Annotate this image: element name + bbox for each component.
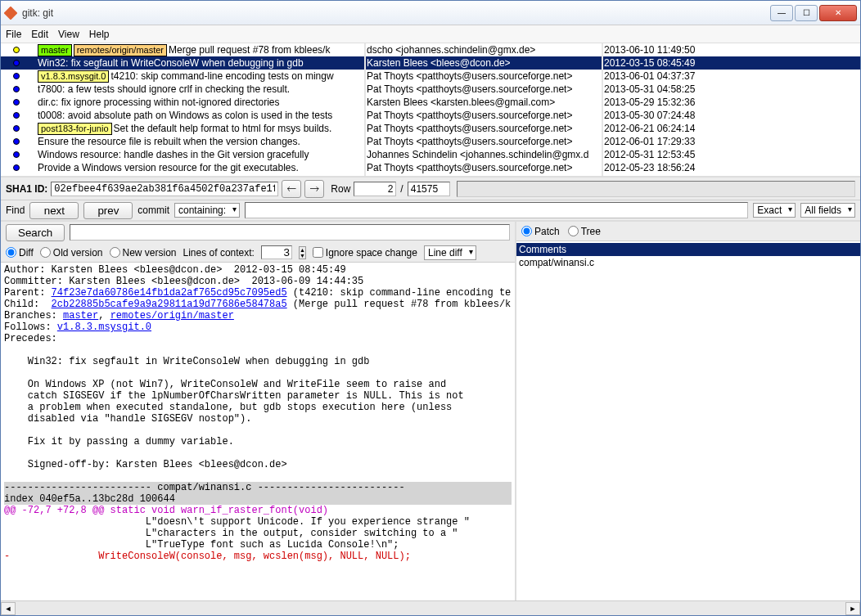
- commit-author[interactable]: Pat Thoyts <patthoyts@users.sourceforge.…: [366, 70, 602, 83]
- commit-row[interactable]: Windows resource: handle dashes in the G…: [1, 148, 364, 161]
- row-sep: /: [400, 183, 403, 195]
- find-commit-label: commit: [137, 205, 169, 216]
- scroll-right-button[interactable]: ►: [845, 602, 860, 615]
- minimize-button[interactable]: —: [770, 5, 793, 21]
- graph-node: [2, 148, 38, 161]
- old-version-radio[interactable]: Old version: [40, 247, 103, 259]
- commit-author[interactable]: Pat Thoyts <patthoyts@users.sourceforge.…: [366, 135, 602, 148]
- commit-message: Set the default help format to html for …: [114, 122, 332, 135]
- tree-radio[interactable]: Tree: [568, 226, 601, 237]
- window-controls: — ☐ ✕: [770, 5, 857, 21]
- menu-edit[interactable]: Edit: [31, 29, 48, 40]
- commit-date[interactable]: 2012-05-28 02:46:54: [603, 174, 860, 176]
- find-match-dropdown[interactable]: Exact: [753, 203, 796, 218]
- ref-tag[interactable]: remotes/origin/master: [74, 44, 167, 56]
- app-icon: [4, 7, 17, 20]
- commit-row[interactable]: dir.c: fix ignore processing within not-…: [1, 96, 364, 109]
- commit-row[interactable]: post183-for-junioSet the default help fo…: [1, 122, 364, 135]
- commit-author[interactable]: Johannes Schindelin <johannes.schindelin…: [366, 148, 602, 161]
- patch-radio[interactable]: Patch: [521, 226, 560, 237]
- commit-author[interactable]: Pat Thoyts <patthoyts@users.sourceforge.…: [366, 122, 602, 135]
- graph-node: [2, 109, 38, 122]
- file-list[interactable]: Comments compat/winansi.c: [516, 243, 860, 600]
- date-column[interactable]: 2013-06-10 11:49:502012-03-15 08:45:4920…: [603, 43, 860, 176]
- sha-label: SHA1 ID:: [6, 183, 47, 195]
- ref-tag[interactable]: post183-for-junio: [38, 123, 112, 135]
- commit-date[interactable]: 2013-05-30 07:24:48: [603, 109, 860, 122]
- commit-message: t4210: skip command-line encoding tests …: [110, 70, 333, 83]
- ref-tag[interactable]: v1.8.3.msysgit.0: [38, 70, 109, 83]
- commit-date[interactable]: 2013-05-29 15:32:36: [603, 96, 860, 109]
- menu-help[interactable]: Help: [89, 29, 110, 40]
- commit-author[interactable]: dscho <johannes.schindelin@gmx.de>: [366, 43, 602, 56]
- commit-graph-column[interactable]: masterremotes/origin/masterMerge pull re…: [1, 43, 366, 176]
- scrollbar-horizontal[interactable]: ◄ ►: [1, 600, 860, 615]
- nav-forward-button[interactable]: 🡒: [304, 180, 324, 198]
- window-title: gitk: git: [22, 7, 770, 19]
- close-button[interactable]: ✕: [819, 5, 857, 21]
- commit-date[interactable]: 2012-05-23 18:56:24: [603, 161, 860, 174]
- menubar: File Edit View Help: [1, 25, 860, 43]
- file-list-item[interactable]: compat/winansi.c: [516, 256, 860, 269]
- lines-of-context-input[interactable]: [261, 245, 292, 259]
- titlebar[interactable]: gitk: git — ☐ ✕: [1, 1, 860, 25]
- new-version-radio[interactable]: New version: [110, 247, 177, 259]
- commit-row[interactable]: v1.8.3.msysgit.0t4210: skip command-line…: [1, 70, 364, 83]
- commit-message: Merge pull request #78 from kblees/k: [169, 43, 330, 56]
- scroll-left-button[interactable]: ◄: [1, 602, 16, 615]
- commit-date[interactable]: 2012-06-21 06:24:14: [603, 122, 860, 135]
- commit-author[interactable]: Pat Thoyts <patthoyts@users.sourceforge.…: [366, 83, 602, 96]
- find-prev-button[interactable]: prev: [83, 202, 133, 219]
- find-bar: Find next prev commit containing: Exact …: [1, 200, 860, 222]
- commit-author[interactable]: Karsten Blees <karsten.blees@gmail.com>: [366, 96, 602, 109]
- commit-message: Windows resource: handle dashes in the G…: [38, 148, 309, 161]
- commit-date[interactable]: 2012-06-01 17:29:33: [603, 135, 860, 148]
- menu-view[interactable]: View: [58, 29, 79, 40]
- commit-row[interactable]: Ensure the resource file is rebuilt when…: [1, 135, 364, 148]
- commit-author[interactable]: Pat Thoyts <patthoyts@users.sourceforge.…: [366, 109, 602, 122]
- spin-down[interactable]: ▼: [300, 253, 305, 259]
- search-button[interactable]: Search: [6, 224, 65, 241]
- progress-area: [457, 181, 855, 197]
- diff-panel: Diff Old version New version Lines of co…: [1, 243, 516, 600]
- commit-row[interactable]: t7800: a few tests should ignore crlf in…: [1, 83, 364, 96]
- sha-bar: SHA1 ID: 🡐 🡒 Row 2 / 41575: [1, 178, 860, 200]
- find-label: Find: [6, 205, 25, 216]
- commit-author[interactable]: Pat Thoyts <patthoyts@users.sourceforge.…: [366, 161, 602, 174]
- commit-row[interactable]: Provide a Windows version resource for t…: [1, 161, 364, 174]
- diff-text-view[interactable]: Author: Karsten Blees <blees@dcon.de> 20…: [1, 263, 515, 600]
- ignore-space-checkbox[interactable]: Ignore space change: [313, 247, 417, 259]
- commit-date[interactable]: 2012-05-31 12:53:45: [603, 148, 860, 161]
- graph-node: [2, 83, 38, 96]
- nav-back-button[interactable]: 🡐: [282, 180, 301, 198]
- search-input[interactable]: [70, 224, 510, 241]
- svg-rect-0: [4, 7, 17, 20]
- commit-date[interactable]: 2012-03-15 08:45:49: [603, 56, 860, 70]
- commit-date[interactable]: 2013-06-10 11:49:50: [603, 43, 860, 56]
- commit-date[interactable]: 2013-06-01 04:37:37: [603, 70, 860, 83]
- graph-node: [2, 96, 38, 109]
- commit-author[interactable]: Karsten Blees <blees@dcon.de>: [366, 56, 602, 70]
- commit-row[interactable]: msysgit: Add the --large-address-aware l…: [1, 174, 364, 176]
- diff-radio[interactable]: Diff: [6, 247, 34, 259]
- commit-row[interactable]: masterremotes/origin/masterMerge pull re…: [1, 43, 364, 56]
- find-fields-dropdown[interactable]: All fields: [800, 203, 855, 218]
- find-input[interactable]: [245, 202, 748, 218]
- file-list-header[interactable]: Comments: [516, 243, 860, 256]
- commit-row[interactable]: Win32: fix segfault in WriteConsoleW whe…: [1, 56, 364, 70]
- line-diff-dropdown[interactable]: Line diff: [424, 245, 476, 260]
- spin-up[interactable]: ▲: [300, 247, 305, 253]
- author-column[interactable]: dscho <johannes.schindelin@gmx.de>Karste…: [366, 43, 603, 176]
- ref-tag[interactable]: master: [38, 44, 72, 56]
- commit-date[interactable]: 2013-05-31 04:58:25: [603, 83, 860, 96]
- graph-node: [2, 161, 38, 174]
- commit-message: msysgit: Add the --large-address-aware l…: [38, 174, 344, 176]
- commit-row[interactable]: t0008: avoid absolute path on Windows as…: [1, 109, 364, 122]
- graph-node: [2, 43, 38, 56]
- menu-file[interactable]: File: [6, 29, 21, 40]
- find-mode-dropdown[interactable]: containing:: [174, 203, 240, 218]
- commit-author[interactable]: Pierre le Riche <github@pleasedontspam.m…: [366, 174, 602, 176]
- find-next-button[interactable]: next: [29, 202, 79, 219]
- sha-input[interactable]: [51, 182, 278, 196]
- maximize-button[interactable]: ☐: [795, 5, 818, 21]
